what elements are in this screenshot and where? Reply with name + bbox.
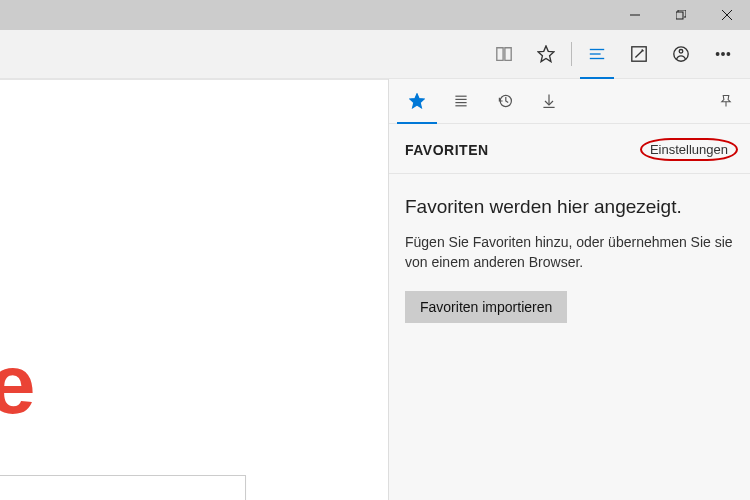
hub-tab-reading-list[interactable] (439, 79, 483, 123)
pin-icon[interactable] (708, 94, 744, 108)
hub-icon[interactable] (576, 30, 618, 78)
google-logo: gle (0, 342, 32, 426)
toolbar-right (483, 30, 744, 78)
toolbar (0, 30, 750, 79)
more-icon[interactable] (702, 30, 744, 78)
favorite-star-icon[interactable] (525, 30, 567, 78)
svg-point-13 (727, 53, 730, 56)
hub-title: FAVORITEN (405, 142, 489, 158)
import-favorites-button[interactable]: Favoriten importieren (405, 291, 567, 323)
favorites-settings-link[interactable]: Einstellungen (640, 138, 738, 161)
hub-tab-downloads[interactable] (527, 79, 571, 123)
hub-tab-history[interactable] (483, 79, 527, 123)
hub-header: FAVORITEN Einstellungen (389, 124, 750, 174)
minimize-button[interactable] (612, 0, 658, 30)
favorites-empty-subtext: Fügen Sie Favoriten hinzu, oder übernehm… (405, 232, 734, 273)
web-page: gle gut Glück! (0, 79, 388, 500)
reading-view-icon[interactable] (483, 30, 525, 78)
svg-point-11 (716, 53, 719, 56)
hub-tab-favorites[interactable] (395, 79, 439, 123)
hub-panel: FAVORITEN Einstellungen Favoriten werden… (388, 79, 750, 500)
svg-point-10 (679, 50, 683, 54)
search-input[interactable] (0, 475, 246, 500)
share-icon[interactable] (660, 30, 702, 78)
svg-marker-14 (410, 94, 424, 108)
content-area: gle gut Glück! (0, 79, 750, 500)
svg-marker-4 (538, 46, 554, 62)
favorites-empty-heading: Favoriten werden hier angezeigt. (405, 196, 734, 218)
svg-point-12 (722, 53, 725, 56)
close-button[interactable] (704, 0, 750, 30)
hub-tabs (389, 79, 750, 124)
web-note-icon[interactable] (618, 30, 660, 78)
toolbar-separator (571, 42, 572, 66)
restore-button[interactable] (658, 0, 704, 30)
hub-body: Favoriten werden hier angezeigt. Fügen S… (389, 174, 750, 339)
logo-letter: e (0, 337, 32, 431)
window-title-bar (0, 0, 750, 30)
svg-rect-1 (676, 12, 683, 19)
